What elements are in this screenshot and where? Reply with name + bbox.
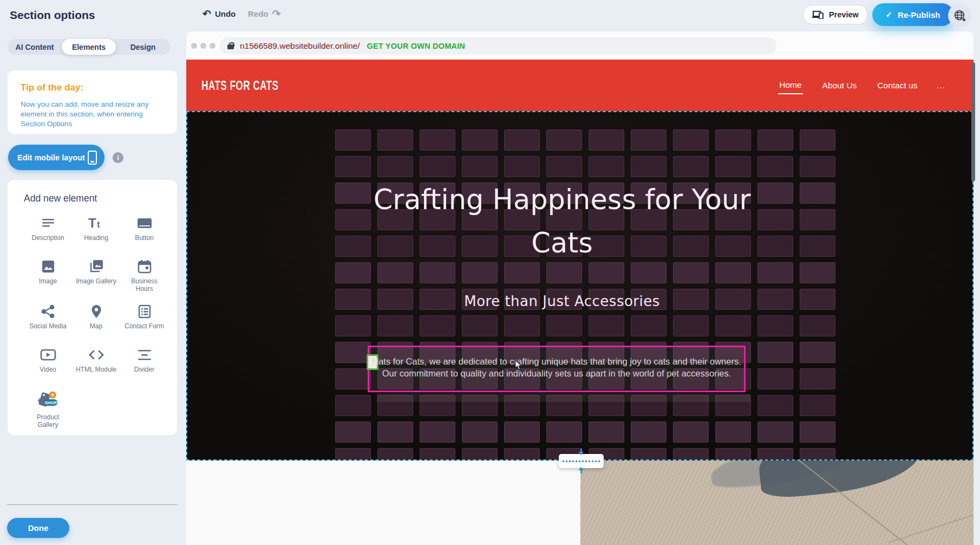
language-globe-button[interactable] [948, 4, 971, 27]
divider-icon [137, 348, 152, 362]
republish-button[interactable]: ✓ Re-Publish [872, 3, 953, 26]
undo-button[interactable]: ↶ Undo [202, 8, 236, 20]
image-gallery-icon [89, 259, 104, 274]
hero-title[interactable]: Crafting Happiness for Your Cats [367, 178, 757, 265]
add-new-element-card: Add new element Description Tt Heading B… [8, 180, 177, 435]
panel-title: Section options [10, 9, 95, 22]
element-product-gallery[interactable]: SHOP Product Gallery [24, 387, 72, 429]
nav-home[interactable]: Home [778, 77, 802, 94]
section-options-panel: Section options AI Content Elements Desi… [0, 0, 184, 545]
element-label: Contact Form [125, 322, 164, 330]
browser-scrollbar[interactable] [971, 62, 975, 181]
svg-text:SHOP: SHOP [44, 400, 57, 405]
browser-chrome: n1566589.websitebuilder.online/ GET YOUR… [186, 31, 974, 60]
selected-text-element[interactable]: Hats for Cats, we are dedicated to craft… [368, 346, 746, 392]
heading-icon: Tt [88, 216, 104, 230]
description-icon [41, 216, 55, 230]
shadow-shape [757, 460, 924, 500]
redo-button[interactable]: Redo ↷ [248, 8, 280, 20]
panel-tabs: AI Content Elements Design [8, 39, 170, 55]
element-label: Image [39, 277, 57, 285]
address-bar[interactable]: n1566589.websitebuilder.online/ GET YOUR… [220, 37, 776, 54]
product-gallery-icon: SHOP [36, 391, 61, 410]
text-element-shadow [377, 393, 750, 402]
window-controls [191, 43, 215, 49]
social-media-icon [41, 304, 55, 319]
done-button[interactable]: Done [7, 518, 69, 538]
tab-elements[interactable]: Elements [62, 39, 116, 55]
element-label: Image Gallery [76, 277, 116, 285]
pavement-image [580, 460, 974, 545]
element-button[interactable]: Button [120, 212, 168, 248]
element-description[interactable]: Description [24, 212, 72, 248]
map-pin-icon [89, 304, 103, 319]
site-logo[interactable]: HATS FOR CATS [201, 79, 278, 93]
video-icon [40, 348, 56, 362]
add-new-element-title: Add new element [24, 193, 168, 204]
element-label: Heading [84, 234, 108, 242]
element-grid: Description Tt Heading Button Image Imag… [24, 212, 168, 429]
site-nav: Home About Us Contact us ... [778, 60, 945, 111]
contact-form-icon [138, 304, 152, 319]
element-social-media[interactable]: Social Media [24, 300, 72, 336]
site-canvas: HATS FOR CATS Home About Us Contact us .… [186, 60, 974, 545]
element-contact-form[interactable]: Contact Form [120, 300, 168, 336]
nav-contact-us[interactable]: Contact us [876, 77, 918, 94]
element-divider[interactable]: Divider [120, 343, 168, 379]
element-label: Product Gallery [27, 413, 69, 429]
element-html-module[interactable]: HTML Module [72, 343, 120, 379]
element-map[interactable]: Map [72, 300, 120, 336]
element-label: Social Media [29, 322, 67, 330]
element-label: Divider [134, 366, 154, 373]
tip-of-the-day-card: Tip of the day: Now you can add, move an… [8, 70, 177, 134]
element-label: HTML Module [76, 366, 116, 373]
element-label: Button [135, 234, 154, 242]
preview-button[interactable]: Preview [803, 5, 868, 24]
nav-more-button[interactable]: ... [937, 81, 945, 90]
element-image[interactable]: Image [24, 255, 72, 293]
tab-design[interactable]: Design [116, 39, 170, 55]
svg-text:t: t [97, 219, 100, 230]
business-hours-icon [138, 259, 152, 274]
button-icon [137, 216, 152, 230]
element-label: Description [31, 234, 64, 242]
browser-preview-frame: n1566589.websitebuilder.online/ GET YOUR… [186, 31, 974, 545]
devices-icon [812, 10, 824, 19]
html-module-icon [88, 348, 104, 362]
tab-ai-content[interactable]: AI Content [8, 39, 62, 55]
info-icon[interactable]: i [113, 152, 123, 163]
globe-icon [953, 9, 966, 22]
panel-divider [7, 504, 177, 505]
svg-text:T: T [88, 216, 96, 230]
site-url: n1566589.websitebuilder.online/ [240, 41, 360, 51]
element-image-gallery[interactable]: Image Gallery [72, 255, 120, 293]
get-your-own-domain-link[interactable]: GET YOUR OWN DOMAIN [367, 42, 465, 50]
site-header: HATS FOR CATS Home About Us Contact us .… [186, 60, 974, 111]
element-label: Map [90, 322, 102, 330]
nav-about-us[interactable]: About Us [821, 77, 858, 94]
element-label: Business Hours [123, 277, 166, 293]
resize-dash-line [563, 460, 600, 462]
arrow-up-icon [578, 467, 584, 473]
hero-paragraph-line2: Our commitment to quality and individual… [369, 367, 744, 379]
image-icon [41, 259, 55, 274]
element-heading[interactable]: Tt Heading [72, 212, 120, 248]
redo-icon: ↷ [272, 9, 281, 19]
hero-paragraph-line1: Hats for Cats, we are dedicated to craft… [369, 355, 744, 367]
lock-icon [227, 44, 234, 49]
edit-mobile-layout-button[interactable]: Edit mobile layout [8, 145, 104, 170]
element-video[interactable]: Video [24, 343, 72, 379]
section-resize-handle[interactable] [559, 454, 604, 468]
edit-mobile-layout-label: Edit mobile layout [17, 153, 85, 162]
check-icon: ✓ [886, 10, 893, 20]
arrow-down-icon [578, 449, 584, 455]
element-label: Video [40, 366, 56, 373]
element-business-hours[interactable]: Business Hours [120, 255, 168, 293]
undo-icon: ↶ [202, 9, 211, 19]
tip-body: Now you can add, move and resize any ele… [21, 100, 166, 129]
tip-heading: Tip of the day: [21, 82, 166, 93]
hero-subtitle[interactable]: More than Just Accessories [367, 293, 757, 309]
hero-section-selected[interactable]: Crafting Happiness for Your Cats More th… [186, 111, 974, 460]
phone-icon [88, 151, 97, 165]
